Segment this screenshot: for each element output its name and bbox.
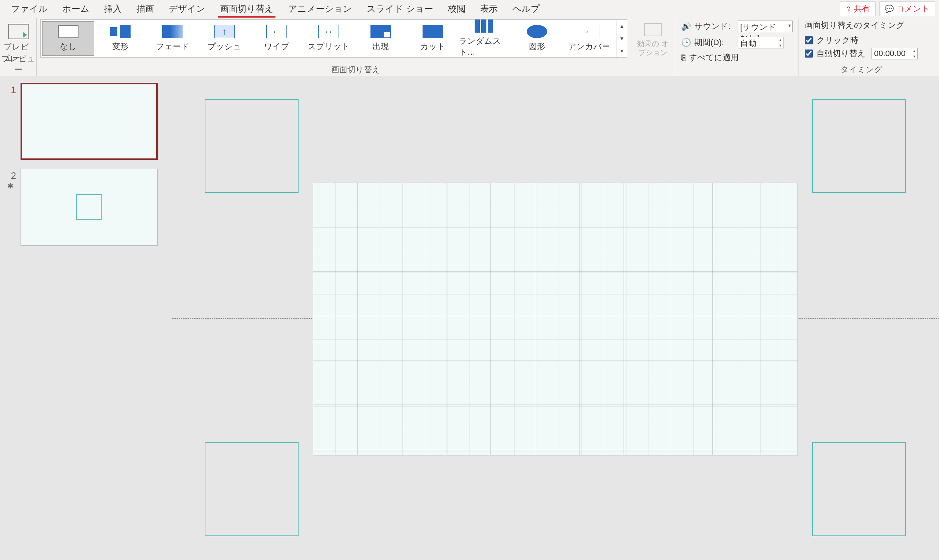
transition-item-8[interactable]: ランダムスト… [459, 21, 511, 56]
apply-all-icon: ⎘ [681, 53, 686, 62]
slide-thumbnail[interactable] [20, 169, 158, 246]
on-click-checkbox[interactable] [805, 36, 813, 45]
slide-thumb-row: 2✱ [7, 169, 164, 246]
sound-dropdown[interactable]: [サウンドなし] [737, 20, 793, 32]
transition-item-10[interactable]: アンカバー [563, 21, 615, 56]
comment-label: コメント [896, 3, 930, 14]
ribbon-group-preview: プレビュー プレビュー [0, 18, 37, 76]
menu-tab-1[interactable]: ホーム [55, 0, 97, 18]
transition-thumb-icon [319, 25, 339, 38]
transition-item-label: 図形 [529, 41, 545, 52]
menu-tab-0[interactable]: ファイル [4, 0, 55, 18]
transition-item-6[interactable]: 出現 [355, 21, 407, 56]
transition-indicator-icon: ✱ [7, 182, 16, 190]
transition-thumb-icon [162, 25, 183, 38]
slide-canvas[interactable] [313, 183, 798, 455]
sound-row: 🔊 サウンド: [サウンドなし] [681, 20, 793, 33]
transition-item-label: アンカバー [568, 41, 610, 52]
effect-options-label: 効果の オプション [634, 39, 671, 57]
preview-button[interactable] [8, 24, 29, 39]
duration-icon: 🕒 [681, 38, 691, 47]
main-area: 12✱ [0, 76, 939, 560]
apply-to-all-button[interactable]: ⎘ すべてに適用 [681, 52, 793, 63]
share-button[interactable]: ⇪ 共有 [840, 2, 876, 16]
gallery-scroll-down[interactable]: ▼ [617, 32, 627, 45]
gallery-scroll-up[interactable]: ▲ [617, 20, 627, 32]
transition-item-2[interactable]: フェード [146, 21, 199, 56]
ribbon: プレビュー プレビュー なし変形フェードプッシュワイプスプリット出現カットランダ… [0, 18, 939, 76]
preview-group-label: プレビュー [0, 53, 36, 75]
transitions-group-label: 画面切り替え [37, 64, 675, 75]
comment-icon: 💬 [885, 5, 894, 13]
transition-item-label: ランダムスト… [459, 35, 511, 58]
transition-item-label: カット [420, 41, 446, 52]
menu-tab-7[interactable]: スライド ショー [359, 0, 440, 18]
share-icon: ⇪ [845, 5, 852, 13]
transition-item-label: ワイプ [264, 41, 289, 52]
effect-options-icon [644, 23, 662, 36]
menu-tab-10[interactable]: ヘルプ [505, 0, 547, 18]
sound-label: サウンド: [694, 21, 734, 32]
timing-group-label: タイミング [799, 64, 924, 75]
menu-tab-9[interactable]: 表示 [473, 0, 505, 18]
slide-thumbnail[interactable] [20, 83, 158, 160]
menu-bar: ファイルホーム挿入描画デザイン画面切り替えアニメーションスライド ショー校閲表示… [0, 0, 939, 18]
shape-square-tl[interactable] [205, 99, 299, 193]
transition-item-1[interactable]: 変形 [94, 21, 146, 56]
shape-square-bl[interactable] [205, 442, 299, 536]
gallery-expand[interactable]: ▼ [617, 45, 627, 57]
shape-square-tr[interactable] [812, 99, 906, 193]
apply-all-label: すべてに適用 [689, 52, 739, 63]
transition-item-label: スプリット [308, 41, 350, 52]
transition-item-3[interactable]: プッシュ [199, 21, 251, 56]
transition-item-label: プッシュ [208, 41, 241, 52]
menu-tab-3[interactable]: 描画 [129, 0, 162, 18]
duration-spinner-buttons[interactable]: ▲▼ [777, 37, 784, 48]
transition-item-label: 出現 [373, 41, 389, 52]
auto-after-time-input[interactable]: 00:00.00 ▲▼ [871, 48, 918, 59]
on-click-label: クリック時 [816, 35, 858, 46]
timing-title: 画面切り替えのタイミング [805, 20, 918, 31]
transition-item-label: フェード [156, 41, 189, 52]
share-label: 共有 [854, 3, 870, 14]
transition-thumb-icon [423, 25, 443, 38]
transition-item-0[interactable]: なし [42, 21, 94, 56]
auto-after-label: 自動切り替え [816, 48, 866, 59]
duration-spinner[interactable]: 自動 ▲▼ [737, 37, 784, 48]
transition-item-4[interactable]: ワイプ [251, 21, 303, 56]
on-click-row: クリック時 [805, 34, 918, 47]
effect-options-button: 効果の オプション [634, 20, 671, 58]
transition-item-5[interactable]: スプリット [303, 21, 355, 56]
menu-tab-5[interactable]: 画面切り替え [213, 0, 281, 18]
gallery-scroll: ▲ ▼ ▼ [617, 20, 627, 58]
slide-thumbnail-panel[interactable]: 12✱ [0, 76, 172, 560]
transition-item-9[interactable]: 図形 [511, 21, 563, 56]
transition-item-label: 変形 [112, 41, 128, 52]
sound-icon: 🔊 [681, 22, 691, 31]
auto-after-spinner-buttons[interactable]: ▲▼ [911, 48, 917, 59]
transition-item-7[interactable]: カット [407, 21, 459, 56]
menu-right: ⇪ 共有 💬 コメント [840, 2, 935, 16]
menu-tab-4[interactable]: デザイン [162, 0, 213, 18]
auto-after-value: 00:00.00 [874, 49, 906, 58]
slide-canvas-area[interactable] [172, 76, 939, 560]
transition-thumb-icon [214, 25, 235, 38]
slide-number-column: 2✱ [7, 169, 16, 246]
menu-tab-2[interactable]: 挿入 [97, 0, 129, 18]
duration-row: 🕒 期間(D): 自動 ▲▼ [681, 36, 793, 49]
transition-thumb-icon [371, 25, 391, 38]
ribbon-group-timing: 画面切り替えのタイミング クリック時 自動切り替え 00:00.00 ▲▼ タイ… [799, 18, 924, 76]
menu-tab-6[interactable]: アニメーション [281, 0, 359, 18]
transition-thumb-icon [579, 25, 599, 38]
ribbon-group-transitions: なし変形フェードプッシュワイプスプリット出現カットランダムスト…図形アンカバー … [37, 18, 675, 76]
shape-square-br[interactable] [812, 442, 906, 536]
transition-thumb-icon [527, 25, 547, 38]
comment-button[interactable]: 💬 コメント [879, 2, 935, 16]
auto-after-row: 自動切り替え 00:00.00 ▲▼ [805, 47, 918, 60]
transition-gallery: なし変形フェードプッシュワイプスプリット出現カットランダムスト…図形アンカバー [40, 20, 617, 58]
slide-thumb-row: 1 [7, 83, 164, 160]
transition-thumb-icon [266, 25, 287, 38]
transition-thumb-icon [110, 25, 131, 38]
menu-tab-8[interactable]: 校閲 [440, 0, 473, 18]
auto-after-checkbox[interactable] [805, 49, 813, 58]
